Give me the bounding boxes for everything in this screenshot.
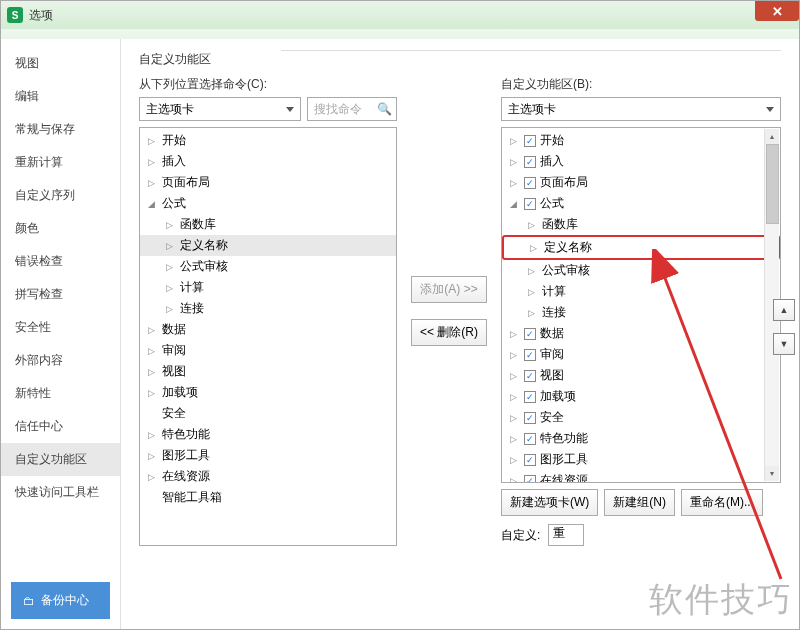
tree-item[interactable]: ◢公式	[140, 193, 396, 214]
tree-item[interactable]: ▷插入	[140, 151, 396, 172]
checkbox[interactable]: ✓	[524, 328, 536, 340]
tree-item[interactable]: ▷函数库	[140, 214, 396, 235]
tree-item[interactable]: ▷审阅	[140, 340, 396, 361]
tree-item[interactable]: ▷✓开始	[502, 130, 780, 151]
tree-item[interactable]: ▷连接	[140, 298, 396, 319]
tree-item[interactable]: ▷开始	[140, 130, 396, 151]
tree-item[interactable]: ▷公式审核	[502, 260, 780, 281]
tree-item[interactable]: ▷加载项	[140, 382, 396, 403]
tree-item[interactable]: ▷✓页面布局	[502, 172, 780, 193]
tree-item[interactable]: ▷✓数据	[502, 323, 780, 344]
tree-item[interactable]: 安全	[140, 403, 396, 424]
sidebar-item[interactable]: 错误检查	[1, 245, 120, 278]
tree-item-label: 计算	[180, 279, 204, 296]
customize-input[interactable]: 重	[548, 524, 584, 546]
tree-item[interactable]: ▷✓视图	[502, 365, 780, 386]
tree-item-label: 公式	[540, 195, 564, 212]
ribbon-tree[interactable]: ▴ ▾ ▷✓开始▷✓插入▷✓页面布局◢✓公式▷函数库▷定义名称▷公式审核▷计算▷…	[501, 127, 781, 483]
toggle-icon: ▷	[166, 283, 176, 293]
rename-button[interactable]: 重命名(M)...	[681, 489, 763, 516]
tree-item[interactable]: ▷公式审核	[140, 256, 396, 277]
tree-item[interactable]: ▷特色功能	[140, 424, 396, 445]
toggle-icon: ▷	[166, 241, 176, 251]
remove-button[interactable]: << 删除(R)	[411, 319, 487, 346]
move-up-button[interactable]: ▲	[773, 299, 795, 321]
checkbox[interactable]: ✓	[524, 177, 536, 189]
tree-item[interactable]: ▷函数库	[502, 214, 780, 235]
tree-item[interactable]: ▷计算	[140, 277, 396, 298]
checkbox[interactable]: ✓	[524, 198, 536, 210]
close-button[interactable]: ✕	[755, 1, 799, 21]
tree-item[interactable]: ▷连接	[502, 302, 780, 323]
toggle-icon: ▷	[510, 157, 520, 167]
move-down-button[interactable]: ▼	[773, 333, 795, 355]
tree-item[interactable]: ▷计算	[502, 281, 780, 302]
sidebar-item[interactable]: 自定义功能区	[1, 443, 120, 476]
checkbox[interactable]: ✓	[524, 135, 536, 147]
toggle-icon: ▷	[148, 157, 158, 167]
checkbox[interactable]: ✓	[524, 370, 536, 382]
search-icon: 🔍	[377, 102, 392, 116]
tree-item[interactable]: ▷数据	[140, 319, 396, 340]
sidebar-item[interactable]: 外部内容	[1, 344, 120, 377]
toggle-icon: ▷	[510, 371, 520, 381]
tree-item-label: 开始	[540, 132, 564, 149]
sidebar-item[interactable]: 信任中心	[1, 410, 120, 443]
tree-item[interactable]: ◢✓公式	[502, 193, 780, 214]
checkbox[interactable]: ✓	[524, 454, 536, 466]
tree-item-label: 在线资源	[540, 472, 588, 483]
toggle-icon: ▷	[528, 220, 538, 230]
add-button[interactable]: 添加(A) >>	[411, 276, 486, 303]
backup-center-button[interactable]: 🗀 备份中心	[11, 582, 110, 619]
sidebar-item[interactable]: 重新计算	[1, 146, 120, 179]
checkbox[interactable]: ✓	[524, 391, 536, 403]
sidebar-item[interactable]: 自定义序列	[1, 179, 120, 212]
checkbox[interactable]: ✓	[524, 156, 536, 168]
tree-item[interactable]: ▷✓特色功能	[502, 428, 780, 449]
scroll-up-button[interactable]: ▴	[765, 129, 779, 144]
sidebar-item[interactable]: 视图	[1, 47, 120, 80]
new-group-button[interactable]: 新建组(N)	[604, 489, 675, 516]
tree-item[interactable]: ▷✓安全	[502, 407, 780, 428]
toggle-icon: ▷	[148, 451, 158, 461]
sidebar-item[interactable]: 快速访问工具栏	[1, 476, 120, 509]
checkbox[interactable]: ✓	[524, 349, 536, 361]
tree-item-label: 数据	[162, 321, 186, 338]
tree-item[interactable]: ▷图形工具	[140, 445, 396, 466]
tree-item[interactable]: ▷视图	[140, 361, 396, 382]
tree-item-label: 连接	[542, 304, 566, 321]
checkbox[interactable]: ✓	[524, 475, 536, 484]
scroll-thumb[interactable]	[766, 144, 779, 224]
title-bar: S 选项 ✕	[1, 1, 799, 29]
tree-item[interactable]: ▷✓插入	[502, 151, 780, 172]
toggle-icon: ▷	[510, 350, 520, 360]
sidebar-item[interactable]: 新特性	[1, 377, 120, 410]
commands-tree[interactable]: ▷开始▷插入▷页面布局◢公式▷函数库▷定义名称▷公式审核▷计算▷连接▷数据▷审阅…	[139, 127, 397, 546]
new-tab-button[interactable]: 新建选项卡(W)	[501, 489, 598, 516]
commands-column: 从下列位置选择命令(C): 主选项卡 搜找命令 🔍 ▷开始▷插入▷页面布局◢公式…	[139, 76, 397, 546]
tree-item[interactable]: ▷✓在线资源	[502, 470, 780, 483]
dropdown-value: 主选项卡	[508, 101, 556, 118]
checkbox[interactable]: ✓	[524, 433, 536, 445]
tree-item[interactable]: ▷✓审阅	[502, 344, 780, 365]
sidebar-item[interactable]: 编辑	[1, 80, 120, 113]
sidebar-item[interactable]: 拼写检查	[1, 278, 120, 311]
sidebar-item[interactable]: 常规与保存	[1, 113, 120, 146]
scroll-down-button[interactable]: ▾	[765, 466, 779, 481]
tree-item[interactable]: ▷✓加载项	[502, 386, 780, 407]
commands-source-dropdown[interactable]: 主选项卡	[139, 97, 301, 121]
tree-item[interactable]: ▷在线资源	[140, 466, 396, 487]
checkbox[interactable]: ✓	[524, 412, 536, 424]
search-commands-input[interactable]: 搜找命令 🔍	[307, 97, 397, 121]
sidebar-item[interactable]: 颜色	[1, 212, 120, 245]
tree-item[interactable]: ▷定义名称	[502, 235, 780, 260]
tree-item-label: 数据	[540, 325, 564, 342]
tree-item[interactable]: ▷定义名称	[140, 235, 396, 256]
toggle-icon: ▷	[148, 430, 158, 440]
sidebar-item[interactable]: 安全性	[1, 311, 120, 344]
ribbon-tabs-dropdown[interactable]: 主选项卡	[501, 97, 781, 121]
tree-item[interactable]: 智能工具箱	[140, 487, 396, 508]
main-panel: 自定义功能区 从下列位置选择命令(C): 主选项卡 搜找命令 🔍 ▷开始▷插入▷…	[121, 39, 799, 629]
tree-item[interactable]: ▷页面布局	[140, 172, 396, 193]
tree-item[interactable]: ▷✓图形工具	[502, 449, 780, 470]
